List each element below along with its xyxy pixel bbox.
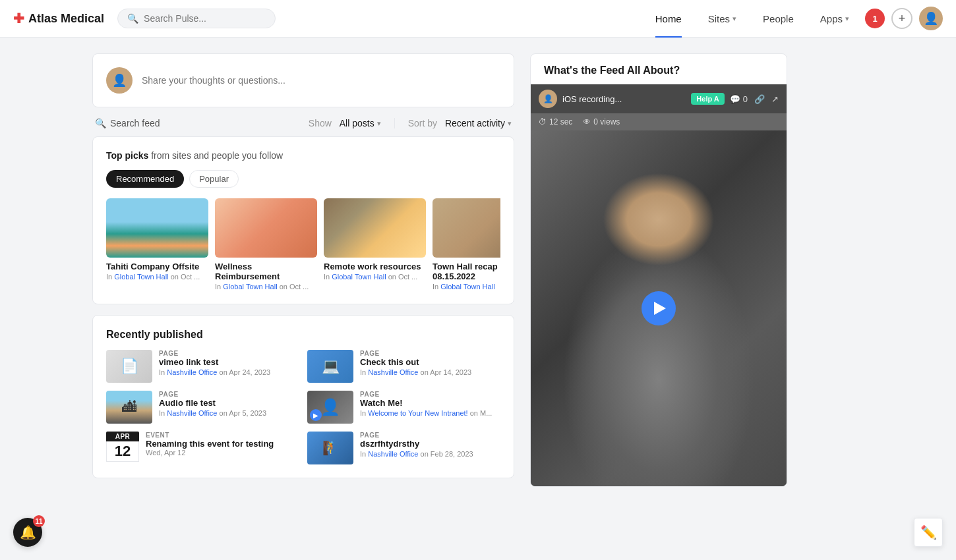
eye-icon: 👁 <box>583 117 591 126</box>
pick-item-tahiti[interactable]: Tahiti Company Offsite In Global Town Ha… <box>106 198 208 291</box>
sort-filter[interactable]: Sort by Recent activity ▾ <box>408 118 512 128</box>
pub-meta-watchme: In Welcome to Your New Intranet! on M... <box>360 409 492 417</box>
external-link-icon[interactable]: ↗ <box>771 94 779 104</box>
pick-thumb-remote <box>324 198 426 258</box>
pub-thumb-dszr: 🧗 <box>307 432 353 464</box>
app-logo[interactable]: ✚ Atlas Medical <box>13 11 104 26</box>
nav-people[interactable]: People <box>752 0 804 38</box>
pub-title-audio: Audio file test <box>159 398 266 408</box>
search-feed-label: Search feed <box>110 118 160 128</box>
pub-type-dszr: PAGE <box>360 432 473 439</box>
pick-meta-wellness: In Global Town Hall on Oct ... <box>215 283 317 291</box>
composer-input[interactable] <box>142 75 500 86</box>
pick-item-townhall[interactable]: Town Hall recap 08.15.2022 In Global Tow… <box>433 198 500 291</box>
pick-title-tahiti: Tahiti Company Offsite <box>106 262 208 271</box>
nav-actions: 1 + 👤 <box>865 7 943 30</box>
event-day: 12 <box>106 441 139 462</box>
global-search-input[interactable] <box>144 13 266 24</box>
pub-type-audio: PAGE <box>159 391 266 398</box>
pick-title-remote: Remote work resources <box>324 262 426 271</box>
show-value: All posts <box>340 118 374 128</box>
video-meta-bar: ⏱ 12 sec 👁 0 views <box>531 113 787 130</box>
nav-links: Home Sites ▾ People Apps ▾ <box>645 0 860 38</box>
pub-item-audio[interactable]: 🏙 PAGE Audio file test In Nashville Offi… <box>106 391 299 424</box>
pub-thumb-audio: 🏙 <box>106 391 152 424</box>
global-search-bar[interactable]: 🔍 <box>117 9 276 28</box>
navbar: ✚ Atlas Medical 🔍 Home Sites ▾ People Ap… <box>0 0 956 38</box>
event-month: APR <box>106 432 139 441</box>
pub-title-watchme: Watch Me! <box>360 398 492 408</box>
video-toolbar: 👤 iOS recording... Help A 💬 0 🔗 ↗ <box>531 84 787 113</box>
pub-info-vimeo: PAGE vimeo link test In Nashville Office… <box>159 350 270 376</box>
search-feed-button[interactable]: 🔍 Search feed <box>95 118 160 128</box>
show-chevron-icon: ▾ <box>377 119 381 128</box>
nav-apps[interactable]: Apps ▾ <box>810 0 860 38</box>
video-title: iOS recording... <box>562 94 686 104</box>
add-button[interactable]: + <box>891 8 912 29</box>
logo-text: Atlas Medical <box>28 12 104 26</box>
link-icon[interactable]: 🔗 <box>754 94 765 104</box>
pick-thumb-tahiti <box>106 198 208 258</box>
pub-info-dszr: PAGE dszrfhtydrsthy In Nashville Office … <box>360 432 473 458</box>
feed-panel: What's the Feed All About? 👤 iOS recordi… <box>530 53 787 487</box>
pub-type-watchme: PAGE <box>360 391 492 398</box>
tab-recommended[interactable]: Recommended <box>106 170 184 188</box>
event-type: EVENT <box>146 432 274 439</box>
event-date-box: APR 12 <box>106 432 139 462</box>
search-feed-icon: 🔍 <box>95 118 106 128</box>
top-picks-card: Top picks from sites and people you foll… <box>92 136 514 304</box>
pick-thumb-wellness <box>215 198 317 258</box>
picks-grid: Tahiti Company Offsite In Global Town Ha… <box>106 198 500 291</box>
video-user-avatar: 👤 <box>539 90 557 108</box>
feed-panel-title: What's the Feed All About? <box>531 54 787 84</box>
pub-title-vimeo: vimeo link test <box>159 357 270 367</box>
event-title: Renaming this event for testing <box>146 439 274 449</box>
event-date-text: Wed, Apr 12 <box>146 449 274 457</box>
video-duration: ⏱ 12 sec <box>539 117 572 126</box>
pub-thumb-watchme: 👤 ▶ <box>307 391 353 424</box>
post-composer[interactable]: 👤 <box>92 53 514 107</box>
pub-item-watchme[interactable]: 👤 ▶ PAGE Watch Me! In Welcome to Your Ne… <box>307 391 500 424</box>
pub-item-vimeo[interactable]: 📄 PAGE vimeo link test In Nashville Offi… <box>106 350 299 383</box>
pick-item-wellness[interactable]: Wellness Reimbursement In Global Town Ha… <box>215 198 317 291</box>
comment-icon[interactable]: 💬 0 <box>730 94 748 104</box>
top-picks-tabs: Recommended Popular <box>106 170 500 188</box>
help-badge[interactable]: Help A <box>691 93 724 105</box>
pub-thumb-checkthis: 💻 <box>307 350 353 383</box>
pick-meta-townhall: In Global Town Hall <box>433 283 500 291</box>
video-player[interactable] <box>531 130 787 486</box>
user-avatar[interactable]: 👤 <box>919 7 943 30</box>
top-picks-heading: Top picks from sites and people you foll… <box>106 150 500 161</box>
video-actions: 💬 0 🔗 ↗ <box>730 94 779 104</box>
sort-chevron-icon: ▾ <box>508 119 512 128</box>
pub-type-vimeo: PAGE <box>159 350 270 357</box>
show-filter[interactable]: Show All posts ▾ <box>309 118 381 128</box>
pub-thumb-vimeo: 📄 <box>106 350 152 383</box>
pub-title-dszr: dszrfhtydrsthy <box>360 439 473 449</box>
pick-title-townhall: Town Hall recap 08.15.2022 <box>433 262 500 281</box>
play-overlay-icon: ▶ <box>310 409 322 421</box>
event-section: APR 12 EVENT Renaming this event for tes… <box>106 432 500 464</box>
notification-button[interactable]: 1 <box>865 9 885 28</box>
apps-chevron-icon: ▾ <box>845 14 849 23</box>
tab-popular[interactable]: Popular <box>189 170 239 188</box>
nav-home[interactable]: Home <box>645 0 692 38</box>
main-layout: 👤 🔍 Search feed Show All posts ▾ Sort by… <box>0 38 956 505</box>
pub-info-checkthis: PAGE Check this out In Nashville Office … <box>360 350 471 376</box>
right-column: What's the Feed All About? 👤 iOS recordi… <box>530 53 787 489</box>
pub-item-checkthis[interactable]: 💻 PAGE Check this out In Nashville Offic… <box>307 350 500 383</box>
pick-meta-tahiti: In Global Town Hall on Oct ... <box>106 273 208 281</box>
play-button[interactable] <box>642 291 676 325</box>
pub-title-checkthis: Check this out <box>360 357 471 367</box>
event-item[interactable]: APR 12 EVENT Renaming this event for tes… <box>106 432 299 464</box>
sort-value: Recent activity <box>445 118 505 128</box>
pub-type-checkthis: PAGE <box>360 350 471 357</box>
pub-info-watchme: PAGE Watch Me! In Welcome to Your New In… <box>360 391 492 417</box>
pub-meta-vimeo: In Nashville Office on Apr 24, 2023 <box>159 368 270 376</box>
logo-icon: ✚ <box>13 11 24 26</box>
nav-sites[interactable]: Sites ▾ <box>698 0 747 38</box>
pick-item-remote[interactable]: Remote work resources In Global Town Hal… <box>324 198 426 291</box>
pick-title-wellness: Wellness Reimbursement <box>215 262 317 281</box>
clock-icon: ⏱ <box>539 117 547 126</box>
pub-item-dszr[interactable]: 🧗 PAGE dszrfhtydrsthy In Nashville Offic… <box>307 432 500 464</box>
